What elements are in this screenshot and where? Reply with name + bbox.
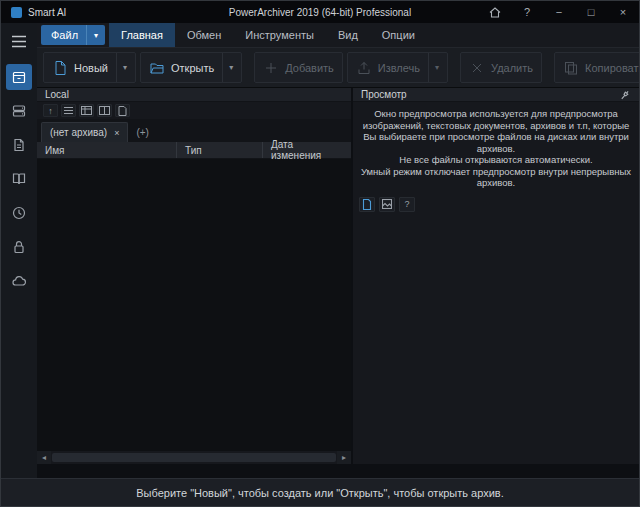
status-message: Выберите "Новый", чтобы создать или "Отк… [136, 487, 503, 499]
document-small-icon [118, 106, 127, 116]
preview-pane: Просмотр Окно предпросмотра используется… [353, 88, 639, 464]
copy-button-label: Копировать [585, 62, 640, 74]
preview-toggle-button[interactable] [115, 104, 130, 117]
archive-icon [11, 69, 27, 85]
add-icon [263, 60, 279, 76]
preview-image-button[interactable] [379, 197, 395, 212]
tab-options[interactable]: Опции [370, 23, 427, 47]
preview-description: Окно предпросмотра используется для пред… [353, 102, 639, 189]
app-name: Smart AI [28, 7, 66, 18]
lock-icon [11, 239, 27, 255]
window-controls: ? − □ × [479, 1, 639, 23]
scroll-left-icon[interactable]: ◂ [37, 451, 51, 464]
archive-tab[interactable]: (нет архива) × [41, 122, 128, 142]
drives-icon [11, 103, 27, 119]
statusbar: Выберите "Новый", чтобы создать или "Отк… [1, 478, 639, 506]
minimize-icon[interactable]: − [543, 1, 575, 23]
copy-icon [563, 60, 579, 76]
help-icon[interactable]: ? [511, 1, 543, 23]
column-header-type[interactable]: Тип [177, 142, 263, 158]
scrollbar-track[interactable] [51, 451, 337, 464]
pin-icon[interactable] [619, 89, 631, 101]
sidebar-item-library[interactable] [6, 166, 32, 192]
preview-text-line3: Умный режим отключает предпросмотр внутр… [359, 166, 633, 189]
preview-text-line2: Не все файлы открываются автоматически. [359, 154, 633, 166]
split-view-icon [99, 106, 110, 115]
details-view-button[interactable] [79, 104, 94, 117]
local-pane-title: Local [45, 89, 69, 100]
preview-pane-header: Просмотр [353, 88, 639, 102]
open-button-label: Открыть [171, 62, 214, 74]
ribbon-tab-row: Файл ▾ Главная Обмен Инструменты Вид Опц… [37, 23, 639, 47]
tab-view[interactable]: Вид [326, 23, 370, 47]
sidebar-item-archive[interactable] [6, 64, 32, 90]
home-icon[interactable] [479, 1, 511, 23]
file-browser-pane: Local ↑ (нет архива) × (+) Имя [37, 88, 351, 464]
add-button[interactable]: Добавить [254, 52, 343, 83]
preview-file-button[interactable] [359, 197, 375, 212]
tab-close-icon[interactable]: × [114, 128, 119, 138]
new-archive-icon [52, 60, 68, 76]
preview-pane-title: Просмотр [361, 89, 407, 100]
chevron-down-icon[interactable]: ▾ [86, 25, 105, 45]
sidebar-item-cloud[interactable] [6, 268, 32, 294]
sidebar [1, 23, 37, 478]
extract-dropdown-icon[interactable]: ▾ [428, 53, 439, 82]
hamburger-icon [11, 35, 27, 48]
open-button[interactable]: Открыть ▾ [140, 52, 242, 83]
preview-text-line1: Окно предпросмотра используется для пред… [359, 108, 633, 154]
browser-mini-toolbar: ↑ [37, 102, 351, 119]
preview-help-button[interactable]: ? [399, 197, 415, 212]
maximize-icon[interactable]: □ [575, 1, 607, 23]
clock-icon [11, 205, 27, 221]
delete-button-label: Удалить [491, 62, 533, 74]
new-dropdown-icon[interactable]: ▾ [116, 53, 127, 82]
document-icon [11, 137, 27, 153]
extract-icon [356, 60, 372, 76]
extract-button-label: Извлечь [378, 62, 420, 74]
open-archive-icon [149, 60, 165, 76]
tab-share[interactable]: Обмен [175, 23, 233, 47]
scroll-right-icon[interactable]: ▸ [337, 451, 351, 464]
book-icon [11, 171, 27, 187]
local-pane-header: Local [37, 88, 351, 102]
file-menu-button[interactable]: Файл ▾ [41, 25, 105, 45]
app-menu-button[interactable]: Smart AI [1, 1, 76, 23]
delete-icon [469, 60, 485, 76]
ribbon-toolbar: Новый ▾ Открыть ▾ Добавить Извлечь ▾ Уда… [37, 47, 639, 88]
new-button-label: Новый [74, 62, 108, 74]
cloud-icon [11, 273, 27, 289]
file-menu-label: Файл [51, 29, 78, 41]
preview-mode-buttons: ? [353, 189, 639, 212]
delete-button[interactable]: Удалить [460, 52, 542, 83]
details-view-icon [81, 106, 92, 115]
column-header-name[interactable]: Имя [37, 142, 177, 158]
app-logo-icon [11, 7, 22, 18]
copy-button[interactable]: Копировать ▾ [554, 52, 640, 83]
extract-button[interactable]: Извлечь ▾ [347, 52, 448, 83]
sidebar-item-history[interactable] [6, 200, 32, 226]
open-dropdown-icon[interactable]: ▾ [222, 53, 233, 82]
sidebar-item-drives[interactable] [6, 98, 32, 124]
split-view-button[interactable] [97, 104, 112, 117]
add-button-label: Добавить [285, 62, 334, 74]
sidebar-item-encryption[interactable] [6, 234, 32, 260]
list-view-icon [63, 106, 74, 115]
tab-home[interactable]: Главная [109, 23, 175, 47]
sidebar-item-documents[interactable] [6, 132, 32, 158]
horizontal-scrollbar[interactable]: ◂ ▸ [37, 451, 351, 464]
preview-file-icon [362, 199, 372, 210]
new-tab-button[interactable]: (+) [128, 122, 157, 142]
list-view-button[interactable] [61, 104, 76, 117]
go-up-button[interactable]: ↑ [43, 104, 58, 117]
app-window: Smart AI PowerArchiver 2019 (64-bit) Pro… [0, 0, 640, 507]
file-table-header: Имя Тип Дата изменения [37, 142, 351, 159]
tab-tools[interactable]: Инструменты [233, 23, 326, 47]
preview-image-icon [382, 199, 392, 209]
file-list[interactable] [37, 159, 351, 451]
column-header-date[interactable]: Дата изменения [263, 142, 351, 158]
close-icon[interactable]: × [607, 1, 639, 23]
hamburger-menu-button[interactable] [6, 30, 32, 52]
new-button[interactable]: Новый ▾ [43, 52, 136, 83]
scrollbar-thumb[interactable] [52, 453, 336, 462]
